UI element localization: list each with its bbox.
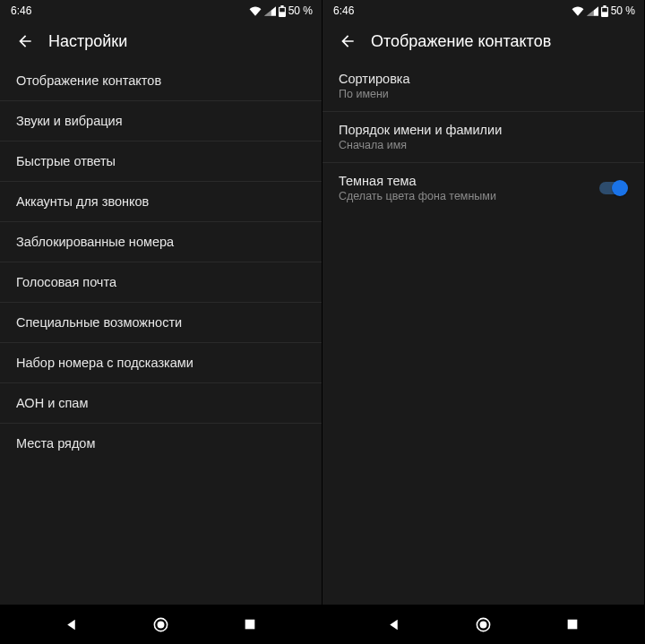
battery-icon — [601, 5, 608, 17]
item-label: АОН и спам — [16, 396, 88, 410]
status-bar: 6:46 50 % — [322, 0, 644, 21]
svg-rect-0 — [280, 7, 285, 11]
status-time: 6:46 — [333, 4, 354, 17]
item-sounds-vibration[interactable]: Звуки и вибрация — [0, 101, 322, 142]
item-accessibility[interactable]: Специальные возможности — [0, 303, 322, 343]
nav-bar — [0, 605, 322, 644]
page-title: Отображение контактов — [371, 32, 551, 51]
svg-rect-7 — [568, 620, 578, 630]
nav-bar — [322, 605, 644, 644]
arrow-back-icon — [16, 32, 34, 50]
battery-icon — [279, 5, 286, 17]
app-bar: Настройки — [0, 21, 322, 61]
status-battery-pct: 50 % — [288, 4, 313, 17]
item-label: Быстрые ответы — [16, 154, 116, 168]
svg-point-2 — [158, 621, 165, 628]
item-display-contacts[interactable]: Отображение контактов — [0, 61, 322, 101]
item-title: Порядок имени и фамилии — [339, 123, 502, 137]
item-label: Заблокированные номера — [16, 235, 174, 249]
square-recent-icon — [243, 617, 257, 631]
svg-rect-3 — [245, 620, 255, 630]
status-battery-pct: 50 % — [611, 4, 635, 17]
nav-home[interactable] — [142, 606, 178, 642]
back-button[interactable] — [330, 23, 366, 59]
item-label: Набор номера с подсказками — [16, 356, 194, 370]
item-name-format[interactable]: Порядок имени и фамилии Сначала имя — [322, 112, 644, 163]
back-button[interactable] — [7, 23, 43, 59]
dark-theme-switch[interactable] — [598, 179, 628, 197]
phone-left: 6:46 50 % Настройки Отображение контакто… — [0, 0, 322, 644]
display-options-list: Сортировка По имени Порядок имени и фами… — [322, 61, 644, 605]
item-label: Аккаунты для звонков — [16, 194, 149, 209]
item-nearby-places[interactable]: Места рядом — [0, 424, 322, 463]
wifi-icon — [572, 6, 584, 16]
item-subtitle: Сделать цвета фона темными — [339, 190, 496, 202]
item-calling-accounts[interactable]: Аккаунты для звонков — [0, 182, 322, 222]
arrow-back-icon — [339, 32, 357, 50]
nav-recent[interactable] — [555, 606, 590, 642]
status-right: 50 % — [572, 4, 635, 17]
phone-right: 6:46 50 % Отображение контактов Сортиров… — [322, 0, 645, 644]
svg-rect-4 — [602, 7, 607, 11]
item-label: Специальные возможности — [16, 315, 182, 330]
item-dark-theme[interactable]: Темная тема Сделать цвета фона темными — [322, 163, 644, 213]
signal-icon — [264, 6, 276, 16]
item-sort-by[interactable]: Сортировка По имени — [322, 61, 644, 112]
triangle-back-icon — [64, 617, 79, 632]
item-blocked-numbers[interactable]: Заблокированные номера — [0, 222, 322, 262]
status-bar: 6:46 50 % — [0, 0, 322, 21]
status-time: 6:46 — [11, 4, 31, 17]
app-bar: Отображение контактов — [322, 21, 644, 61]
svg-point-6 — [480, 621, 487, 628]
nav-back[interactable] — [54, 606, 90, 642]
item-caller-id-spam[interactable]: АОН и спам — [0, 383, 322, 424]
item-title: Темная тема — [339, 174, 496, 188]
status-right: 50 % — [249, 4, 313, 17]
wifi-icon — [249, 6, 262, 16]
circle-home-icon — [475, 616, 492, 633]
item-title: Сортировка — [339, 72, 410, 86]
item-label: Места рядом — [16, 436, 95, 451]
item-subtitle: Сначала имя — [339, 139, 502, 151]
item-label: Отображение контактов — [16, 73, 161, 88]
square-recent-icon — [565, 617, 580, 631]
item-dial-assist[interactable]: Набор номера с подсказками — [0, 343, 322, 383]
page-title: Настройки — [48, 32, 127, 51]
settings-list: Отображение контактов Звуки и вибрация Б… — [0, 61, 322, 605]
item-voicemail[interactable]: Голосовая почта — [0, 262, 322, 303]
item-label: Звуки и вибрация — [16, 114, 123, 128]
item-label: Голосовая почта — [16, 275, 116, 289]
circle-home-icon — [152, 616, 169, 633]
switch-thumb — [612, 180, 628, 196]
triangle-back-icon — [386, 617, 401, 632]
signal-icon — [587, 6, 598, 16]
nav-recent[interactable] — [232, 606, 268, 642]
nav-back[interactable] — [376, 606, 412, 642]
nav-home[interactable] — [465, 606, 501, 642]
item-subtitle: По имени — [339, 88, 410, 100]
item-quick-responses[interactable]: Быстрые ответы — [0, 142, 322, 182]
